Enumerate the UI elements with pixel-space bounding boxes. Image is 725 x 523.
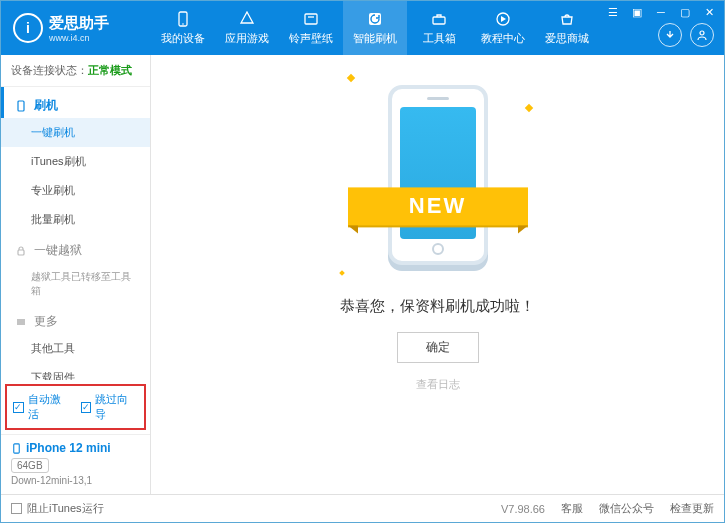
svg-rect-8 [18, 250, 24, 255]
device-firmware: Down-12mini-13,1 [11, 475, 140, 486]
phone-small-icon [14, 99, 28, 113]
connection-status: 设备连接状态：正常模式 [1, 55, 150, 87]
connection-label: 设备连接状态： [11, 64, 88, 76]
view-log-link[interactable]: 查看日志 [416, 377, 460, 392]
nav-label: 爱思商城 [545, 31, 589, 46]
sidebar-item-oneclick[interactable]: 一键刷机 [1, 118, 150, 147]
section-label: 更多 [34, 313, 58, 330]
titlebar: i 爱思助手 www.i4.cn 我的设备 应用游戏 铃声壁纸 智能刷机 [1, 1, 724, 55]
sidebar-item-batch[interactable]: 批量刷机 [1, 205, 150, 234]
sidebar-scroll[interactable]: 刷机 一键刷机 iTunes刷机 专业刷机 批量刷机 一键越狱 越狱工具已转移至… [1, 87, 150, 380]
nav-my-device[interactable]: 我的设备 [151, 1, 215, 55]
body: 设备连接状态：正常模式 刷机 一键刷机 iTunes刷机 专业刷机 批量刷机 一… [1, 55, 724, 494]
minimize-button[interactable]: ─ [652, 5, 670, 19]
nav-label: 应用游戏 [225, 31, 269, 46]
close-button[interactable]: ✕ [700, 5, 718, 19]
more-icon [14, 315, 28, 329]
svg-rect-9 [14, 443, 20, 452]
checkbox-label: 自动激活 [28, 392, 71, 422]
sidebar-item-pro[interactable]: 专业刷机 [1, 176, 150, 205]
sidebar: 设备连接状态：正常模式 刷机 一键刷机 iTunes刷机 专业刷机 批量刷机 一… [1, 55, 151, 494]
sidebar-item-download-fw[interactable]: 下载固件 [1, 363, 150, 380]
checkbox-label: 阻止iTunes运行 [27, 501, 104, 516]
refresh-icon [366, 10, 384, 28]
brand-area: i 爱思助手 www.i4.cn [1, 13, 151, 43]
flash-options-box: ✓ 自动激活 ✓ 跳过向导 [5, 384, 146, 430]
device-phone-icon [11, 443, 22, 454]
store-icon [558, 10, 576, 28]
support-link[interactable]: 客服 [561, 501, 583, 516]
skin-icon[interactable]: ▣ [628, 5, 646, 19]
svg-rect-4 [433, 17, 445, 24]
nav-ringtone[interactable]: 铃声壁纸 [279, 1, 343, 55]
tutorial-icon [494, 10, 512, 28]
nav-label: 教程中心 [481, 31, 525, 46]
menu-icon[interactable]: ☰ [604, 5, 622, 19]
wallpaper-icon [302, 10, 320, 28]
checkbox-checked-icon: ✓ [13, 402, 24, 413]
sidebar-section-jailbreak[interactable]: 一键越狱 [1, 234, 150, 263]
checkbox-unchecked-icon [11, 503, 22, 514]
success-message: 恭喜您，保资料刷机成功啦！ [340, 297, 535, 316]
section-label: 刷机 [34, 97, 58, 114]
nav-toolbox[interactable]: 工具箱 [407, 1, 471, 55]
svg-point-1 [182, 23, 184, 25]
ok-button[interactable]: 确定 [397, 332, 479, 363]
auto-activate-checkbox[interactable]: ✓ 自动激活 [13, 392, 71, 422]
main-window: i 爱思助手 www.i4.cn 我的设备 应用游戏 铃声壁纸 智能刷机 [1, 1, 724, 522]
brand-name: 爱思助手 [49, 14, 109, 33]
checkbox-label: 跳过向导 [95, 392, 138, 422]
brand-text-block: 爱思助手 www.i4.cn [49, 14, 109, 43]
sidebar-item-itunes[interactable]: iTunes刷机 [1, 147, 150, 176]
wechat-link[interactable]: 微信公众号 [599, 501, 654, 516]
sidebar-section-flash[interactable]: 刷机 [1, 87, 150, 118]
new-banner: NEW [348, 187, 528, 225]
user-icon[interactable] [690, 23, 714, 47]
checkbox-checked-icon: ✓ [81, 402, 92, 413]
nav-label: 智能刷机 [353, 31, 397, 46]
main-content: NEW 恭喜您，保资料刷机成功啦！ 确定 查看日志 [151, 55, 724, 494]
section-label: 一键越狱 [34, 242, 82, 259]
nav-apps[interactable]: 应用游戏 [215, 1, 279, 55]
device-capacity: 64GB [11, 458, 49, 473]
phone-illustration: NEW [378, 85, 498, 285]
svg-point-6 [700, 31, 704, 35]
svg-rect-2 [305, 14, 317, 24]
download-icon[interactable] [658, 23, 682, 47]
skip-guide-checkbox[interactable]: ✓ 跳过向导 [81, 392, 139, 422]
maximize-button[interactable]: ▢ [676, 5, 694, 19]
nav-store[interactable]: 爱思商城 [535, 1, 599, 55]
version-label: V7.98.66 [501, 503, 545, 515]
nav-label: 铃声壁纸 [289, 31, 333, 46]
device-name[interactable]: iPhone 12 mini [11, 441, 140, 455]
window-controls: ☰ ▣ ─ ▢ ✕ [604, 5, 718, 19]
lock-icon [14, 244, 28, 258]
sidebar-item-other[interactable]: 其他工具 [1, 334, 150, 363]
device-name-text: iPhone 12 mini [26, 441, 111, 455]
header-actions [658, 23, 714, 47]
phone-graphic [388, 85, 488, 265]
nav-label: 工具箱 [423, 31, 456, 46]
brand-url: www.i4.cn [49, 33, 109, 43]
nav-flash[interactable]: 智能刷机 [343, 1, 407, 55]
check-update-link[interactable]: 检查更新 [670, 501, 714, 516]
sidebar-section-more[interactable]: 更多 [1, 305, 150, 334]
toolbox-icon [430, 10, 448, 28]
nav-label: 我的设备 [161, 31, 205, 46]
phone-icon [174, 10, 192, 28]
connection-mode: 正常模式 [88, 64, 132, 76]
nav-tutorials[interactable]: 教程中心 [471, 1, 535, 55]
apps-icon [238, 10, 256, 28]
block-itunes-checkbox[interactable]: 阻止iTunes运行 [11, 501, 104, 516]
sidebar-jailbreak-note: 越狱工具已转移至工具箱 [1, 263, 150, 305]
device-panel: iPhone 12 mini 64GB Down-12mini-13,1 [1, 434, 150, 494]
svg-rect-7 [18, 101, 24, 111]
statusbar: 阻止iTunes运行 V7.98.66 客服 微信公众号 检查更新 [1, 494, 724, 522]
logo-icon: i [13, 13, 43, 43]
